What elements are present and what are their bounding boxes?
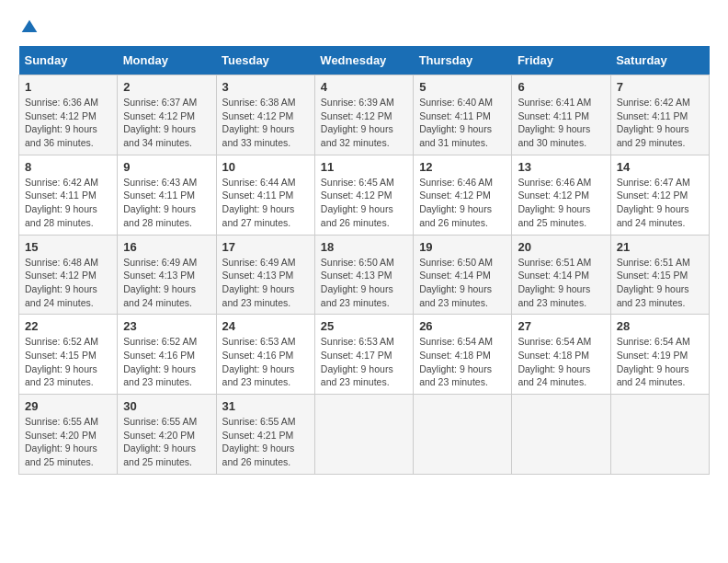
table-row: 20Sunrise: 6:51 AMSunset: 4:14 PMDayligh…: [512, 235, 610, 315]
day-number: 19: [419, 240, 506, 254]
table-row: 10Sunrise: 6:44 AMSunset: 4:11 PMDayligh…: [216, 155, 314, 235]
day-number: 22: [25, 319, 111, 333]
day-info: Sunrise: 6:51 AMSunset: 4:15 PMDaylight:…: [617, 257, 690, 308]
day-number: 6: [518, 80, 604, 94]
day-number: 9: [123, 160, 210, 174]
table-row: 17Sunrise: 6:49 AMSunset: 4:13 PMDayligh…: [216, 235, 314, 315]
table-row: 28Sunrise: 6:54 AMSunset: 4:19 PMDayligh…: [610, 315, 709, 395]
day-number: 27: [518, 319, 604, 333]
day-info: Sunrise: 6:41 AMSunset: 4:11 PMDaylight:…: [518, 97, 591, 148]
day-info: Sunrise: 6:52 AMSunset: 4:15 PMDaylight:…: [25, 336, 98, 387]
day-number: 8: [25, 160, 111, 174]
header-saturday: Saturday: [610, 46, 709, 75]
day-info: Sunrise: 6:53 AMSunset: 4:17 PMDaylight:…: [321, 336, 394, 387]
table-row: 3Sunrise: 6:38 AMSunset: 4:12 PMDaylight…: [216, 75, 314, 155]
day-info: Sunrise: 6:42 AMSunset: 4:11 PMDaylight:…: [617, 97, 690, 148]
table-row: 6Sunrise: 6:41 AMSunset: 4:11 PMDaylight…: [512, 75, 610, 155]
header-friday: Friday: [512, 46, 610, 75]
day-info: Sunrise: 6:48 AMSunset: 4:12 PMDaylight:…: [25, 257, 98, 308]
day-number: 14: [617, 160, 703, 174]
day-info: Sunrise: 6:46 AMSunset: 4:12 PMDaylight:…: [419, 177, 493, 228]
day-info: Sunrise: 6:55 AMSunset: 4:21 PMDaylight:…: [222, 416, 296, 467]
table-row: 31Sunrise: 6:55 AMSunset: 4:21 PMDayligh…: [216, 395, 314, 475]
page-header: [18, 18, 710, 37]
day-info: Sunrise: 6:51 AMSunset: 4:14 PMDaylight:…: [518, 257, 591, 308]
logo: [18, 18, 39, 37]
calendar-row: 22Sunrise: 6:52 AMSunset: 4:15 PMDayligh…: [19, 315, 710, 395]
day-number: 3: [222, 80, 309, 94]
table-row: 23Sunrise: 6:52 AMSunset: 4:16 PMDayligh…: [118, 315, 216, 395]
table-row: 19Sunrise: 6:50 AMSunset: 4:14 PMDayligh…: [414, 235, 512, 315]
header-monday: Monday: [118, 46, 216, 75]
table-row: [414, 395, 512, 475]
table-row: 29Sunrise: 6:55 AMSunset: 4:20 PMDayligh…: [19, 395, 118, 475]
day-info: Sunrise: 6:43 AMSunset: 4:11 PMDaylight:…: [123, 177, 197, 228]
day-number: 13: [518, 160, 604, 174]
calendar-table: Sunday Monday Tuesday Wednesday Thursday…: [18, 46, 710, 475]
calendar-row: 15Sunrise: 6:48 AMSunset: 4:12 PMDayligh…: [19, 235, 710, 315]
day-number: 7: [617, 80, 703, 94]
table-row: 14Sunrise: 6:47 AMSunset: 4:12 PMDayligh…: [610, 155, 709, 235]
table-row: 15Sunrise: 6:48 AMSunset: 4:12 PMDayligh…: [19, 235, 118, 315]
calendar-row: 29Sunrise: 6:55 AMSunset: 4:20 PMDayligh…: [19, 395, 710, 475]
day-info: Sunrise: 6:50 AMSunset: 4:14 PMDaylight:…: [419, 257, 493, 308]
day-number: 26: [419, 319, 506, 333]
day-info: Sunrise: 6:46 AMSunset: 4:12 PMDaylight:…: [518, 177, 591, 228]
day-info: Sunrise: 6:45 AMSunset: 4:12 PMDaylight:…: [321, 177, 394, 228]
day-info: Sunrise: 6:54 AMSunset: 4:19 PMDaylight:…: [617, 336, 690, 387]
header-tuesday: Tuesday: [216, 46, 314, 75]
day-info: Sunrise: 6:36 AMSunset: 4:12 PMDaylight:…: [25, 97, 98, 148]
day-info: Sunrise: 6:53 AMSunset: 4:16 PMDaylight:…: [222, 336, 296, 387]
table-row: [610, 395, 709, 475]
day-number: 1: [25, 80, 111, 94]
table-row: 7Sunrise: 6:42 AMSunset: 4:11 PMDaylight…: [610, 75, 709, 155]
day-number: 25: [321, 319, 407, 333]
day-number: 11: [321, 160, 407, 174]
header-sunday: Sunday: [19, 46, 118, 75]
table-row: 26Sunrise: 6:54 AMSunset: 4:18 PMDayligh…: [414, 315, 512, 395]
table-row: 9Sunrise: 6:43 AMSunset: 4:11 PMDaylight…: [118, 155, 216, 235]
table-row: 8Sunrise: 6:42 AMSunset: 4:11 PMDaylight…: [19, 155, 118, 235]
day-info: Sunrise: 6:54 AMSunset: 4:18 PMDaylight:…: [518, 336, 591, 387]
day-number: 10: [222, 160, 309, 174]
table-row: 11Sunrise: 6:45 AMSunset: 4:12 PMDayligh…: [314, 155, 413, 235]
day-info: Sunrise: 6:55 AMSunset: 4:20 PMDaylight:…: [25, 416, 98, 467]
table-row: 21Sunrise: 6:51 AMSunset: 4:15 PMDayligh…: [610, 235, 709, 315]
table-row: [314, 395, 413, 475]
table-row: 25Sunrise: 6:53 AMSunset: 4:17 PMDayligh…: [314, 315, 413, 395]
day-info: Sunrise: 6:37 AMSunset: 4:12 PMDaylight:…: [123, 97, 197, 148]
svg-marker-0: [22, 20, 38, 32]
day-info: Sunrise: 6:47 AMSunset: 4:12 PMDaylight:…: [617, 177, 690, 228]
table-row: 5Sunrise: 6:40 AMSunset: 4:11 PMDaylight…: [414, 75, 512, 155]
day-number: 20: [518, 240, 604, 254]
day-info: Sunrise: 6:38 AMSunset: 4:12 PMDaylight:…: [222, 97, 296, 148]
table-row: 18Sunrise: 6:50 AMSunset: 4:13 PMDayligh…: [314, 235, 413, 315]
calendar-row: 1Sunrise: 6:36 AMSunset: 4:12 PMDaylight…: [19, 75, 710, 155]
table-row: 22Sunrise: 6:52 AMSunset: 4:15 PMDayligh…: [19, 315, 118, 395]
table-row: [512, 395, 610, 475]
day-number: 29: [25, 399, 111, 413]
day-info: Sunrise: 6:55 AMSunset: 4:20 PMDaylight:…: [123, 416, 197, 467]
day-number: 15: [25, 240, 111, 254]
day-info: Sunrise: 6:49 AMSunset: 4:13 PMDaylight:…: [123, 257, 197, 308]
day-number: 24: [222, 319, 309, 333]
day-info: Sunrise: 6:52 AMSunset: 4:16 PMDaylight:…: [123, 336, 197, 387]
day-number: 2: [123, 80, 210, 94]
calendar-header-row: Sunday Monday Tuesday Wednesday Thursday…: [19, 46, 710, 75]
day-number: 4: [321, 80, 407, 94]
table-row: 12Sunrise: 6:46 AMSunset: 4:12 PMDayligh…: [414, 155, 512, 235]
header-wednesday: Wednesday: [314, 46, 413, 75]
day-info: Sunrise: 6:39 AMSunset: 4:12 PMDaylight:…: [321, 97, 394, 148]
table-row: 13Sunrise: 6:46 AMSunset: 4:12 PMDayligh…: [512, 155, 610, 235]
table-row: 16Sunrise: 6:49 AMSunset: 4:13 PMDayligh…: [118, 235, 216, 315]
day-number: 5: [419, 80, 506, 94]
day-info: Sunrise: 6:49 AMSunset: 4:13 PMDaylight:…: [222, 257, 296, 308]
table-row: 30Sunrise: 6:55 AMSunset: 4:20 PMDayligh…: [118, 395, 216, 475]
day-info: Sunrise: 6:44 AMSunset: 4:11 PMDaylight:…: [222, 177, 296, 228]
table-row: 1Sunrise: 6:36 AMSunset: 4:12 PMDaylight…: [19, 75, 118, 155]
day-info: Sunrise: 6:40 AMSunset: 4:11 PMDaylight:…: [419, 97, 493, 148]
table-row: 4Sunrise: 6:39 AMSunset: 4:12 PMDaylight…: [314, 75, 413, 155]
day-number: 21: [617, 240, 703, 254]
header-thursday: Thursday: [414, 46, 512, 75]
table-row: 2Sunrise: 6:37 AMSunset: 4:12 PMDaylight…: [118, 75, 216, 155]
